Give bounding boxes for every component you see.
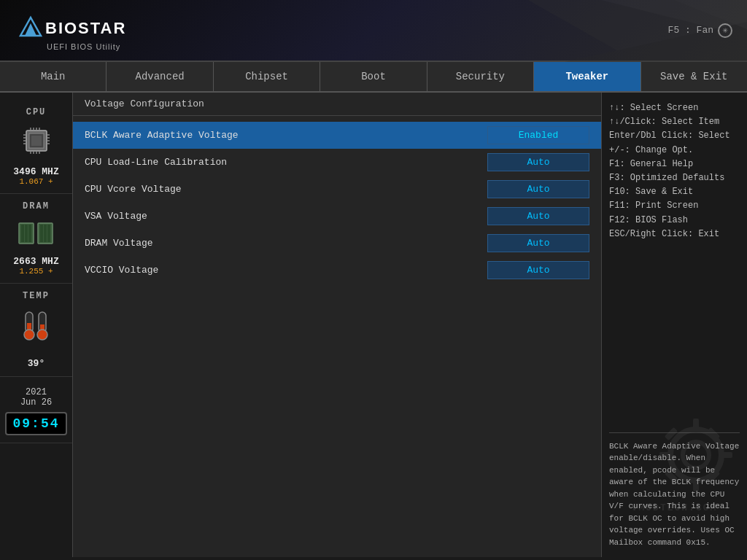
cpu-label: CPU [26, 107, 47, 117]
right-panel: ↑↓: Select Screen ↑↓/Click: Select Item … [601, 93, 747, 557]
help-line-6: F3: Optimized Defaults [609, 171, 740, 185]
svg-point-36 [24, 330, 34, 340]
config-name-cpu-llc: CPU Load-Line Calibration [85, 157, 487, 168]
svg-rect-33 [47, 225, 50, 242]
svg-rect-45 [719, 452, 732, 458]
date-display: 2021 Jun 26 [20, 387, 52, 408]
help-line-9: F12: BIOS Flash [609, 214, 740, 228]
navigation: Main Advanced Chipset Boot Security Twea… [0, 62, 747, 93]
svg-rect-43 [693, 478, 699, 491]
thermometer-icon [18, 308, 55, 352]
config-row-cpu-llc[interactable]: CPU Load-Line Calibration Auto [73, 149, 601, 176]
svg-rect-27 [21, 225, 24, 242]
config-name-dram: DRAM Voltage [85, 238, 487, 249]
config-value-cpu-llc: Auto [487, 153, 589, 171]
sidebar: CPU [0, 93, 73, 557]
tab-main[interactable]: Main [0, 62, 107, 91]
svg-rect-31 [40, 225, 43, 242]
header: BIOSTAR UEFI BIOS Utility F5 : Fan ✳ [0, 0, 747, 62]
config-value-dram: Auto [487, 234, 589, 252]
svg-rect-9 [31, 136, 42, 146]
config-list: BCLK Aware Adaptive Voltage Enabled CPU … [73, 116, 601, 557]
help-line-5: F1: General Help [609, 158, 740, 171]
clock-display: 09:54 [5, 412, 66, 435]
config-name-vccio: VCCIO Voltage [85, 265, 487, 276]
svg-rect-44 [659, 452, 673, 458]
tab-advanced[interactable]: Advanced [107, 62, 213, 91]
config-name-vcore: CPU Vcore Voltage [85, 184, 487, 195]
config-value-vsa: Auto [487, 207, 589, 225]
temp-value: 39° [28, 358, 44, 369]
temp-section: TEMP 39° [0, 284, 72, 377]
tab-boot[interactable]: Boot [320, 62, 427, 91]
config-row-vcore[interactable]: CPU Vcore Voltage Auto [73, 176, 601, 203]
section-title: Voltage Configuration [73, 93, 601, 116]
config-row-bclk[interactable]: BCLK Aware Adaptive Voltage Enabled [73, 122, 601, 149]
config-value-vcore: Auto [487, 180, 589, 198]
content-area: Voltage Configuration BCLK Aware Adaptiv… [73, 93, 601, 557]
logo-area: BIOSTAR UEFI BIOS Utility [15, 10, 131, 51]
cpu-frequency: 3496 MHZ 1.067 + [13, 166, 58, 186]
svg-rect-32 [44, 225, 47, 242]
datetime-section: 2021 Jun 26 09:54 [0, 377, 72, 443]
help-line-3: Enter/Dbl Click: Select [609, 129, 740, 143]
svg-rect-28 [25, 225, 28, 242]
svg-rect-42 [693, 419, 699, 432]
cpu-section: CPU [0, 100, 72, 194]
help-line-2: ↑↓/Click: Select Item [609, 115, 740, 129]
svg-point-39 [37, 330, 47, 340]
dram-icon [16, 219, 57, 250]
dram-frequency: 2663 MHZ 1.255 + [13, 256, 58, 276]
tab-security[interactable]: Security [427, 62, 534, 91]
dram-section: DRAM 2663 MHZ 1.255 + [0, 194, 72, 284]
config-row-vsa[interactable]: VSA Voltage Auto [73, 203, 601, 230]
main-area: CPU [0, 93, 747, 557]
config-row-vccio[interactable]: VCCIO Voltage Auto [73, 257, 601, 284]
watermark: VMODTECH.COM [632, 502, 718, 513]
help-line-10: ESC/Right Click: Exit [609, 228, 740, 241]
help-line-1: ↑↓: Select Screen [609, 101, 740, 115]
config-name-vsa: VSA Voltage [85, 211, 487, 222]
help-line-4: +/-: Change Opt. [609, 144, 740, 158]
svg-text:BIOSTAR: BIOSTAR [45, 19, 126, 37]
config-row-dram[interactable]: DRAM Voltage Auto [73, 230, 601, 257]
svg-point-41 [683, 442, 709, 468]
help-line-8: F11: Print Screen [609, 199, 740, 213]
help-text: ↑↓: Select Screen ↑↓/Click: Select Item … [609, 101, 740, 241]
cpu-icon [20, 125, 53, 160]
tab-save-exit[interactable]: Save & Exit [641, 62, 747, 91]
dram-label: DRAM [23, 201, 50, 211]
config-value-bclk: Enabled [487, 126, 589, 144]
tab-tweaker[interactable]: Tweaker [534, 62, 640, 91]
help-line-7: F10: Save & Exit [609, 185, 740, 199]
tab-chipset[interactable]: Chipset [214, 62, 320, 91]
svg-rect-29 [28, 225, 31, 242]
config-value-vccio: Auto [487, 261, 589, 279]
temp-label: TEMP [23, 291, 50, 301]
logo-subtitle: UEFI BIOS Utility [47, 42, 131, 51]
config-name-bclk: BCLK Aware Adaptive Voltage [85, 130, 487, 141]
